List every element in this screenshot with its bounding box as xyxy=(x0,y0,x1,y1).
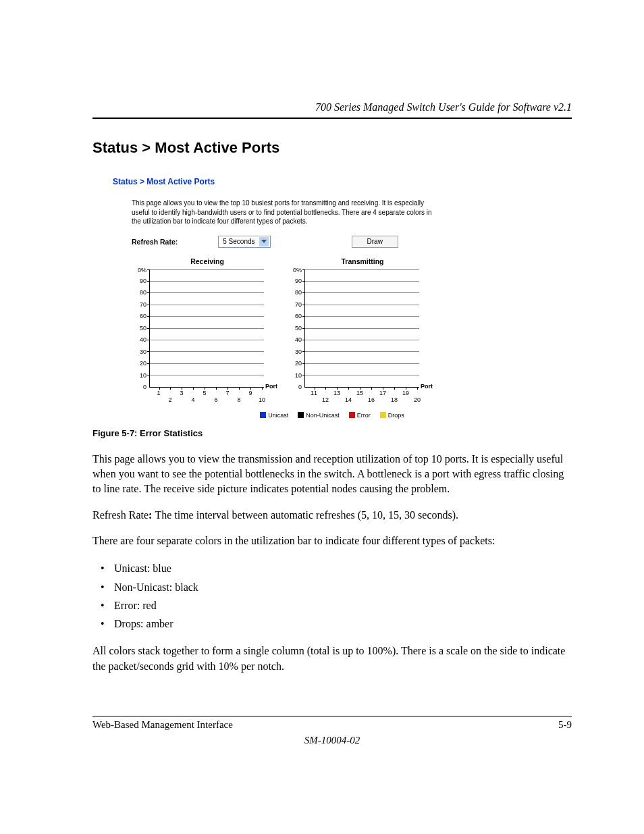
xtick-label: 18 xyxy=(387,396,401,403)
legend-label: Drops xyxy=(388,412,404,419)
chart-title-transmitting: Transmitting xyxy=(296,257,429,265)
xtick-label: 5 xyxy=(198,390,211,396)
ytick-label: 60 xyxy=(132,313,146,319)
ytick-label: 50 xyxy=(132,325,146,332)
receiving-chart: Receiving xyxy=(132,257,273,400)
ytick-label: 20 xyxy=(132,360,146,367)
xtick-label: 3 xyxy=(175,390,188,396)
list-item: Non-Unicast: black xyxy=(92,578,572,596)
ytick-label: 0 xyxy=(287,384,302,390)
legend-non-unicast: Non-Unicast xyxy=(298,412,340,419)
screenshot-description: This page allows you to view the top 10 … xyxy=(132,199,442,226)
ytick-label: 60 xyxy=(287,313,302,319)
list-item: Unicast: blue xyxy=(92,559,572,577)
ytick-label: 80 xyxy=(287,289,302,296)
ytick-label: 20 xyxy=(287,360,302,367)
ytick-label: 70 xyxy=(132,301,146,308)
ytick-label: 10 xyxy=(132,372,146,379)
footer-section-name: Web-Based Management Interface xyxy=(92,719,233,731)
colon: : xyxy=(149,509,155,521)
xtick-label: 6 xyxy=(209,396,223,403)
body-paragraph-refresh: Refresh Rate: The time interval between … xyxy=(92,508,572,523)
ytick-label: 0 xyxy=(132,384,146,390)
xtick-label: 20 xyxy=(410,396,424,403)
list-item: Drops: amber xyxy=(92,615,572,633)
refresh-rate-value: 5 Seconds xyxy=(223,238,254,245)
legend-label: Error xyxy=(357,412,371,419)
list-item: Error: red xyxy=(92,596,572,615)
square-icon xyxy=(380,412,386,418)
embedded-screenshot: Status > Most Active Ports This page all… xyxy=(113,177,552,419)
xtick-label: 19 xyxy=(399,390,412,396)
xtick-label: 10 xyxy=(255,396,269,403)
xtick-label: 1 xyxy=(152,390,165,396)
ytick-label: 80 xyxy=(132,289,146,296)
chart-legend: Unicast Non-Unicast Error Drops xyxy=(113,412,552,419)
refresh-rate-select[interactable]: 5 Seconds xyxy=(218,236,270,248)
square-icon xyxy=(298,412,304,418)
body-paragraph-1: This page allows you to view the transmi… xyxy=(92,452,572,497)
page-footer: Web-Based Management Interface 5-9 SM-10… xyxy=(92,716,572,746)
breadcrumb: Status > Most Active Ports xyxy=(113,177,552,186)
section-heading: Status > Most Active Ports xyxy=(92,139,572,157)
body-paragraph-3: There are four separate colors in the ut… xyxy=(92,533,572,548)
xtick-label: 2 xyxy=(163,396,177,403)
xtick-label: 16 xyxy=(365,396,378,403)
ytick-label: 30 xyxy=(132,348,146,355)
ytick-label: 0% xyxy=(287,267,302,273)
square-icon xyxy=(349,412,355,418)
xtick-label: 11 xyxy=(307,390,321,396)
figure-caption: Figure 5-7: Error Statistics xyxy=(92,428,572,438)
xtick-label: 13 xyxy=(330,390,344,396)
ytick-label: 50 xyxy=(287,325,302,332)
ytick-label: 40 xyxy=(132,336,146,343)
footer-page-number: 5-9 xyxy=(558,719,572,731)
ytick-label: 70 xyxy=(287,301,302,308)
ytick-label: 90 xyxy=(132,278,146,284)
body-paragraph-4: All colors stack together to form a sing… xyxy=(92,644,572,674)
x-axis-label: Port xyxy=(265,383,277,390)
refresh-rate-desc: The time interval between automatic refr… xyxy=(155,509,458,521)
xtick-label: 17 xyxy=(376,390,390,396)
ytick-label: 90 xyxy=(287,278,302,284)
legend-error: Error xyxy=(349,412,371,419)
ytick-label: 30 xyxy=(287,348,302,355)
chart-title-receiving: Receiving xyxy=(141,257,273,265)
xtick-label: 12 xyxy=(319,396,332,403)
bullet-list: Unicast: blue Non-Unicast: black Error: … xyxy=(92,559,572,633)
xtick-label: 8 xyxy=(232,396,246,403)
xtick-label: 9 xyxy=(244,390,257,396)
ytick-label: 40 xyxy=(287,336,302,343)
guide-title: 700 Series Managed Switch User's Guide f… xyxy=(315,101,572,113)
legend-label: Unicast xyxy=(268,412,288,419)
legend-unicast: Unicast xyxy=(260,412,288,419)
legend-drops: Drops xyxy=(380,412,404,419)
xtick-label: 7 xyxy=(221,390,234,396)
footer-doc-number: SM-10004-02 xyxy=(92,735,572,746)
square-icon xyxy=(260,412,266,418)
transmitting-chart: Transmitting xyxy=(287,257,429,400)
page-header: 700 Series Managed Switch User's Guide f… xyxy=(92,101,572,119)
ytick-label: 10 xyxy=(287,372,302,379)
xtick-label: 14 xyxy=(342,396,355,403)
x-axis-label: Port xyxy=(421,383,433,390)
refresh-rate-label: Refresh Rate: xyxy=(132,238,178,246)
legend-label: Non-Unicast xyxy=(306,412,340,419)
chevron-down-icon xyxy=(259,237,269,246)
refresh-rate-term: Refresh Rate xyxy=(92,509,149,521)
draw-button[interactable]: Draw xyxy=(352,236,398,248)
ytick-label: 0% xyxy=(132,267,146,273)
xtick-label: 4 xyxy=(186,396,200,403)
xtick-label: 15 xyxy=(353,390,367,396)
